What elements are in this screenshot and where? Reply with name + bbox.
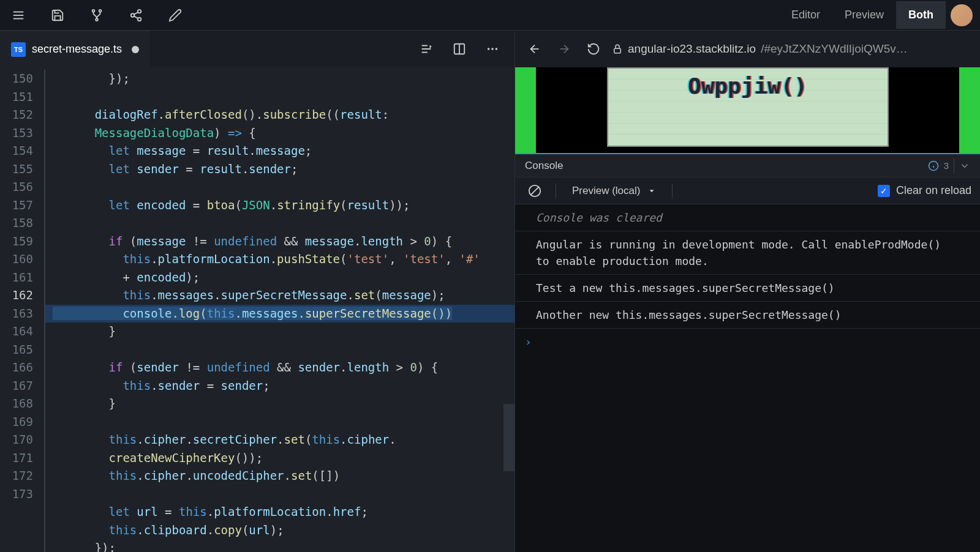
svg-marker-24 [650,190,654,192]
file-tab[interactable]: TS secret-message.ts [0,31,150,67]
preview-decoration-left [515,67,536,153]
console-count-value: 3 [944,160,949,171]
svg-point-6 [138,9,141,13]
clear-on-reload-label: Clear on reload [896,184,971,197]
dirty-indicator-icon [132,46,139,53]
preview-pane: Owppjiw() Console 3 Preview (local) [514,67,980,552]
fork-icon[interactable] [86,4,108,26]
forward-icon [553,38,575,60]
format-icon[interactable] [415,38,437,60]
back-icon[interactable] [524,38,546,60]
console-header: Console 3 [515,153,980,177]
divider [556,184,556,198]
preview-decoration-right [959,67,980,153]
edit-icon[interactable] [164,4,186,26]
url-path: /#eyJtZXNzYWdlIjoiQW5v… [761,42,908,56]
console-message: Console was cleared [515,204,980,231]
divider [954,159,954,173]
secondary-bar: TS secret-message.ts angular-io23.stackb… [0,31,980,67]
avatar[interactable] [951,4,973,26]
url-host: angular-io23.stackblitz.io [628,42,756,56]
svg-point-3 [92,9,95,12]
divider [672,184,673,198]
svg-point-13 [488,48,490,50]
dropdown-icon [647,187,656,195]
view-editor-button[interactable]: Editor [779,1,832,29]
console-message: Another new this.messages.superSecretMes… [515,302,980,329]
split-editor-icon[interactable] [448,38,470,60]
more-icon[interactable] [481,38,503,60]
preview-viewport[interactable]: Owppjiw() [515,67,980,153]
share-icon[interactable] [125,4,147,26]
typescript-icon: TS [11,42,26,57]
preview-text: Owppjiw() [688,73,807,99]
menu-icon[interactable] [7,4,29,26]
svg-line-10 [134,12,138,14]
editor-pane[interactable]: 1501511521531541551561571581591601611621… [0,67,514,552]
main-split: 1501511521531541551561571581591601611621… [0,67,980,552]
preview-content: Owppjiw() [607,67,889,147]
console-context-label: Preview (local) [572,185,640,197]
url-bar[interactable]: angular-io23.stackblitz.io/#eyJtZXNzYWdl… [612,42,971,56]
view-both-button[interactable]: Both [896,1,946,29]
svg-rect-18 [614,48,621,53]
info-icon [928,160,939,171]
editor-tabs: TS secret-message.ts [0,31,150,67]
toolbar-left [7,4,186,26]
console-title[interactable]: Console [525,160,563,172]
scrollbar-thumb[interactable] [503,404,514,471]
editor-actions [150,31,514,67]
line-gutter: 1501511521531541551561571581591601611621… [0,67,44,552]
svg-point-7 [131,13,135,17]
console-message: Test a new this.messages.superSecretMess… [515,275,980,302]
console-body[interactable]: Console was clearedAngular is running in… [515,204,980,552]
code-area[interactable]: }); dialogRef.afterClosed().subscribe((r… [44,67,514,552]
console-message: Angular is running in development mode. … [515,231,980,275]
chevron-down-icon[interactable] [959,160,970,171]
svg-point-14 [491,48,494,50]
clear-console-icon[interactable] [524,180,546,202]
view-preview-button[interactable]: Preview [832,1,896,29]
console-context-select[interactable]: Preview (local) [566,182,662,200]
reload-icon[interactable] [582,38,605,60]
file-tab-label: secret-message.ts [32,43,122,56]
lock-icon [612,43,623,54]
browser-toolbar: angular-io23.stackblitz.io/#eyJtZXNzYWdl… [514,31,980,67]
save-icon[interactable] [47,4,69,26]
clear-on-reload-toggle[interactable]: ✓ Clear on reload [878,184,971,197]
console-toolbar: Preview (local) ✓ Clear on reload [515,177,980,204]
console-count: 3 [928,159,970,173]
top-toolbar: Editor Preview Both [0,0,980,31]
console-prompt-icon[interactable]: › [515,329,980,355]
svg-line-23 [531,187,539,195]
svg-line-9 [134,16,138,18]
svg-point-15 [496,48,498,50]
checkbox-icon: ✓ [878,185,890,197]
toolbar-right: Editor Preview Both [779,1,973,29]
svg-point-4 [99,9,102,12]
svg-point-5 [96,18,98,21]
svg-point-8 [138,17,141,20]
